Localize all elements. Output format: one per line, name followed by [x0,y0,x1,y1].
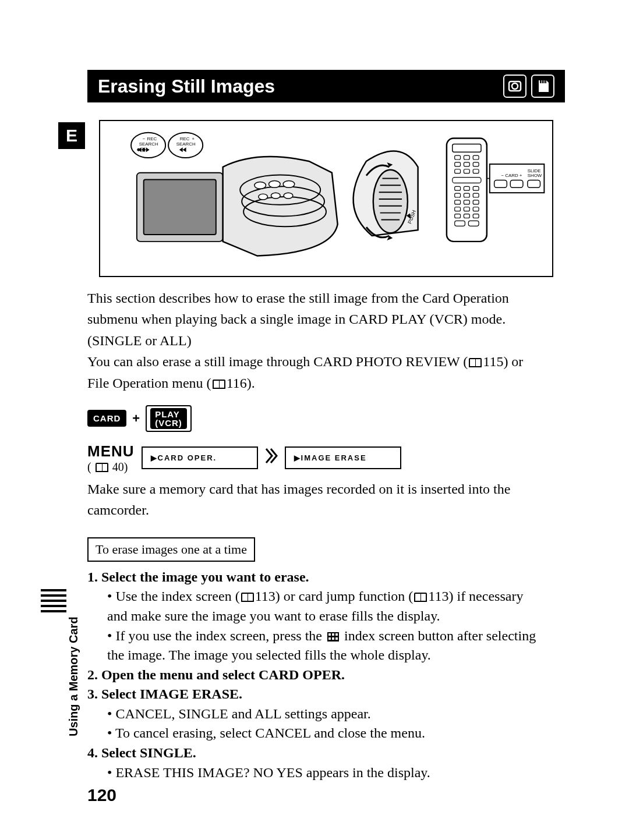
svg-point-1 [512,83,518,89]
s1b1a: Use the index screen ( [115,589,239,604]
svg-rect-72 [335,637,338,640]
language-badge: E [58,122,85,149]
svg-point-15 [268,180,280,187]
menu-box1-text: CARD OPER. [158,453,217,462]
svg-point-18 [271,193,280,199]
camcorder-illustration: − REC SEARCH REC + SEARCH [99,120,553,277]
svg-text:SHOW: SHOW [528,173,542,178]
svg-rect-68 [332,633,334,636]
step1-head: 1. Select the image you want to erase. [87,568,565,587]
menu-box-image-erase: ▶IMAGE ERASE [285,446,401,469]
menu-box-card-oper: ▶CARD OPER. [142,446,258,469]
intro-line4a: You can also erase a still image through… [87,354,468,369]
s1b2a: If you use the index screen, press the [115,628,326,643]
book-icon [213,380,225,389]
svg-text:− CARD +: − CARD + [501,173,522,178]
title-icons [503,75,554,98]
memory-card-icon [531,75,554,98]
inset-wrap: To erase images one at a time [87,522,571,568]
svg-point-20 [373,170,408,233]
svg-point-16 [283,180,295,187]
illustration-block: − REC SEARCH REC + SEARCH [87,120,571,277]
title-bar: Erasing Still Images [87,70,565,102]
card-mode-icon [503,75,526,98]
note-l1: Make sure a memory card that has images … [87,481,510,497]
svg-point-17 [259,194,268,200]
intro-line5b: 116). [227,375,255,391]
note-l2: camcorder. [87,502,149,518]
steps-block: 1. Select the image you want to erase. U… [87,568,565,783]
menu-ref-num: 40) [112,460,128,473]
intro-line5a: File Operation menu ( [87,375,211,391]
svg-text:REC: REC [180,136,190,141]
menu-row: MENU ( 40) ▶CARD OPER. ▶IMAGE ERASE [87,442,571,474]
intro-line2: submenu when playing back a single image… [87,311,506,327]
card-pill: CARD [87,410,126,427]
step1-bullet1: Use the index screen (113) or card jump … [107,587,565,626]
mode-row: CARD + PLAY (VCR) [87,405,571,432]
menu-label-block: MENU ( 40) [87,442,135,474]
s1b1c: 113) if necessary [428,589,523,604]
book-icon [469,358,482,367]
s1b2b: index screen button after selecting [341,628,536,643]
search-label-left: SEARCH [139,141,158,147]
page-title: Erasing Still Images [98,76,503,97]
s1b1d: and make sure the image you want to eras… [107,608,440,623]
svg-rect-29 [447,139,487,242]
svg-rect-69 [335,633,338,636]
step3-bullet1: CANCEL, SINGLE and ALL settings appear. [107,704,565,724]
plus-icon: + [132,411,140,426]
svg-text:−: − [143,136,146,141]
vcr-label: (VCR) [155,418,182,428]
menu-box2-text: IMAGE ERASE [301,453,367,462]
step4-head: 4. Select SINGLE. [87,743,565,763]
svg-rect-10 [144,179,216,235]
intro-line3: (SINGLE or ALL) [87,333,192,348]
svg-text:+: + [192,136,195,141]
book-icon [241,593,254,602]
s1b1b: 113) or card jump function ( [255,589,414,604]
step1-bullet2: If you use the index screen, press the i… [107,626,565,665]
s1b2c: the image. The image you selected fills … [107,647,431,662]
menu-label: MENU [87,442,135,460]
svg-rect-67 [328,633,331,636]
section-marker-lines [41,589,66,612]
svg-point-14 [255,182,266,189]
section-tab: Using a Memory Card [67,616,80,736]
svg-point-19 [284,193,293,199]
play-vcr-pill: PLAY (VCR) [146,405,192,432]
svg-text:SEARCH: SEARCH [176,141,196,147]
intro-line1: This section describes how to erase the … [87,290,509,306]
step3-bullet2: To cancel erasing, select CANCEL and clo… [107,724,565,743]
svg-rect-71 [332,637,334,640]
note-paragraph: Make sure a memory card that has images … [87,480,565,520]
intro-paragraph: This section describes how to erase the … [87,289,565,392]
step2-head: 2. Open the menu and select CARD OPER. [87,665,565,685]
inset-box: To erase images one at a time [87,537,255,562]
svg-rect-70 [328,637,331,640]
step4-bullet1: ERASE THIS IMAGE? NO YES appears in the … [107,763,565,783]
menu-ref: ( 40) [87,460,135,474]
book-icon [414,593,427,602]
intro-line4b: 115) or [483,354,523,369]
index-screen-icon [327,628,339,637]
step3-head: 3. Select IMAGE ERASE. [87,685,565,704]
book-icon [96,463,108,472]
double-arrow-icon [265,448,278,468]
rec-label-left: REC [147,136,157,141]
page-number: 120 [87,785,116,805]
